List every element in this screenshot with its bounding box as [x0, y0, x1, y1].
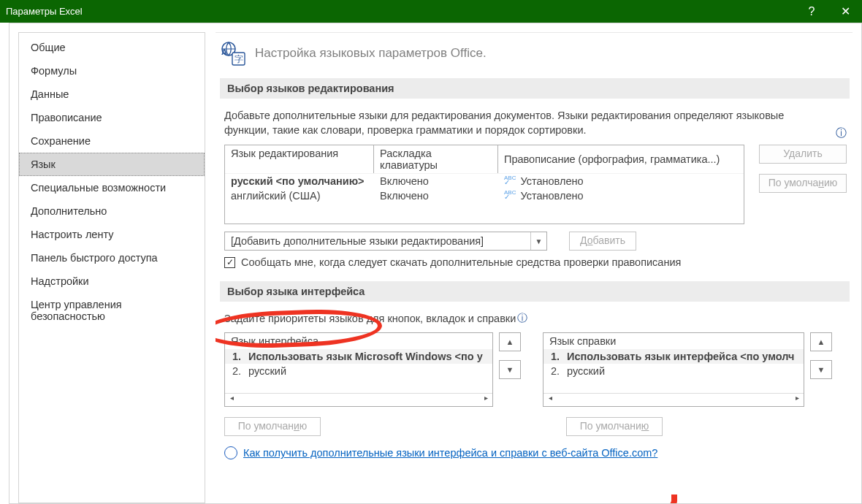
set-default-button[interactable]: По умолчанию [759, 174, 847, 193]
reorder-buttons: ▲ ▼ [810, 332, 832, 407]
svg-text:A: A [221, 47, 227, 56]
move-down-button[interactable]: ▼ [499, 360, 521, 379]
add-button[interactable]: Добавить [569, 232, 636, 251]
sidebar-item[interactable]: Правописание [19, 106, 205, 129]
annotation-underline-tail [661, 495, 677, 503]
table-row[interactable]: английский (США)ВключеноABCУстановлено [225, 188, 744, 203]
cell-lang: русский <по умолчанию> [225, 174, 374, 188]
move-up-button[interactable]: ▲ [810, 332, 832, 351]
section-edit-languages: Выбор языков редактирования [220, 78, 850, 99]
language-icon: 字 A [220, 40, 246, 66]
close-button[interactable]: ✕ [828, 0, 862, 23]
hscroll[interactable]: ◂▸ [543, 393, 804, 406]
help-button[interactable]: ? [795, 0, 828, 23]
sidebar: ОбщиеФормулыДанныеПравописаниеСохранение… [18, 32, 205, 503]
more-languages-link-row: Как получить дополнительные языки интерф… [224, 446, 850, 459]
list-head: Язык справки [543, 333, 804, 349]
page-header: 字 A Настройка языковых параметров Office… [220, 40, 850, 66]
table-buttons: Удалить По умолчанию [759, 145, 847, 224]
col-lang: Язык редактирования [225, 145, 374, 173]
info-icon[interactable]: ⓘ [836, 126, 847, 140]
edit-languages-desc: Добавьте дополнительные языки для редакт… [224, 109, 823, 137]
titlebar: Параметры Excel ? ✕ [0, 0, 862, 23]
ui-language-desc: Задайте приоритеты языков для кнопок, вк… [224, 312, 850, 325]
table-body: русский <по умолчанию>ВключеноABCУстанов… [225, 174, 744, 224]
sidebar-item[interactable]: Настроить ленту [19, 223, 205, 246]
checkbox-icon[interactable]: ✓ [224, 257, 235, 268]
spellcheck-icon: ABC [504, 191, 516, 199]
combo-text: [Добавить дополнительные языки редактиро… [225, 235, 530, 247]
list-item[interactable]: 1.Использовать язык Microsoft Windows <п… [225, 349, 492, 364]
sidebar-item[interactable]: Надстройки [19, 270, 205, 293]
cell-layout: Включено [374, 188, 498, 203]
sidebar-item[interactable]: Формулы [19, 59, 205, 83]
cell-layout: Включено [374, 174, 498, 188]
window-title: Параметры Excel [6, 6, 795, 17]
display-lang-col: Язык интерфейса 1.Использовать язык Micr… [224, 332, 521, 407]
sidebar-item[interactable]: Специальные возможности [19, 176, 205, 199]
sidebar-item[interactable]: Язык [19, 153, 205, 176]
dialog-body: ОбщиеФормулыДанныеПравописаниеСохранение… [9, 23, 862, 504]
table-row[interactable]: русский <по умолчанию>ВключеноABCУстанов… [225, 174, 744, 188]
list-item[interactable]: 2.русский [225, 364, 492, 378]
reorder-buttons: ▲ ▼ [499, 332, 521, 407]
display-lang-list[interactable]: Язык интерфейса 1.Использовать язык Micr… [224, 332, 493, 407]
info-icon[interactable]: ⓘ [517, 312, 527, 325]
default-buttons-row: По умолчанию По умолчанию [224, 417, 850, 436]
sidebar-item[interactable]: Сохранение [19, 129, 205, 153]
main-panel: 字 A Настройка языковых параметров Office… [216, 32, 853, 503]
svg-text:字: 字 [234, 54, 243, 64]
checkbox-label: Сообщать мне, когда следует скачать допо… [241, 256, 681, 268]
add-language-combo[interactable]: [Добавить дополнительные языки редактиро… [224, 232, 547, 251]
section-ui-language: Выбор языка интерфейса [220, 281, 850, 302]
list-item[interactable]: 2.русский [543, 364, 804, 378]
col-layout: Раскладка клавиатуры [374, 145, 498, 173]
list-body: 1.Использовать язык Microsoft Windows <п… [225, 349, 492, 378]
cell-lang: английский (США) [225, 188, 374, 203]
globe-icon [224, 446, 237, 459]
sidebar-item[interactable]: Центр управления безопасностью [19, 293, 205, 328]
remove-button[interactable]: Удалить [759, 145, 847, 164]
sidebar-item[interactable]: Дополнительно [19, 199, 205, 223]
cell-spell: ABCУстановлено [498, 174, 744, 188]
spellcheck-icon: ABC [504, 176, 516, 185]
help-lang-col: Язык справки 1.Использовать язык интерфе… [543, 332, 832, 407]
sidebar-item[interactable]: Данные [19, 83, 205, 106]
edit-lang-table[interactable]: Язык редактирования Раскладка клавиатуры… [224, 145, 744, 224]
col-spell: Правописание (орфография, грамматика...) [498, 145, 744, 173]
add-language-row: [Добавить дополнительные языки редактиро… [224, 232, 850, 251]
hscroll[interactable]: ◂▸ [225, 393, 492, 406]
move-down-button[interactable]: ▼ [810, 360, 832, 379]
list-head: Язык интерфейса [225, 333, 492, 349]
cell-spell: ABCУстановлено [498, 188, 744, 203]
ui-language-lists: Язык интерфейса 1.Использовать язык Micr… [224, 332, 850, 407]
help-default-button[interactable]: По умолчанию [566, 417, 663, 436]
table-header: Язык редактирования Раскладка клавиатуры… [225, 145, 744, 174]
notify-checkbox-row[interactable]: ✓ Сообщать мне, когда следует скачать до… [224, 256, 850, 268]
move-up-button[interactable]: ▲ [499, 332, 521, 351]
chevron-down-icon[interactable]: ▼ [530, 232, 546, 250]
more-languages-link[interactable]: Как получить дополнительные языки интерф… [243, 447, 657, 459]
list-item[interactable]: 1.Использовать язык интерфейса <по умолч [543, 349, 804, 364]
page-title: Настройка языковых параметров Office. [255, 46, 487, 61]
list-body: 1.Использовать язык интерфейса <по умолч… [543, 349, 804, 378]
sidebar-item[interactable]: Панель быстрого доступа [19, 246, 205, 270]
sidebar-item[interactable]: Общие [19, 36, 205, 59]
edit-lang-table-wrap: Язык редактирования Раскладка клавиатуры… [224, 145, 850, 224]
display-default-button[interactable]: По умолчанию [224, 417, 321, 436]
help-lang-list[interactable]: Язык справки 1.Использовать язык интерфе… [543, 332, 804, 407]
